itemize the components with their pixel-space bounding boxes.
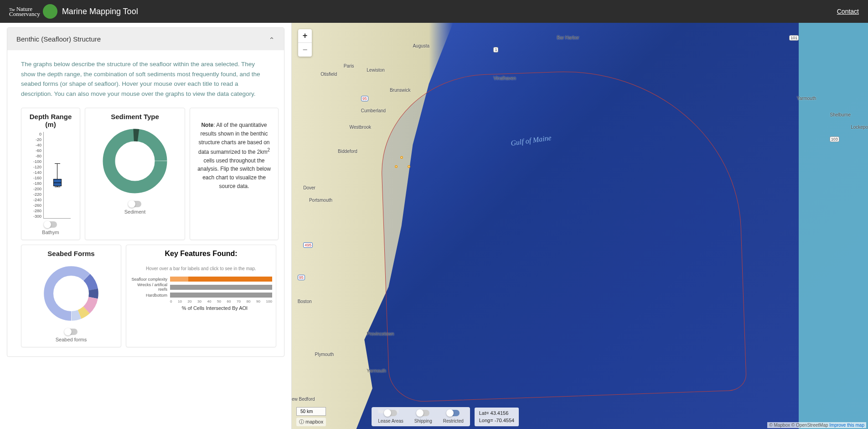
kf-row-complexity[interactable]: Seafloor complexity — [130, 277, 272, 282]
app-title: Marine Mapping Tool — [62, 7, 138, 16]
top-bar: The Nature Conservancy Marine Mapping To… — [0, 0, 868, 23]
depth-title: Depth Range (m) — [25, 113, 76, 128]
tnc-logo: The Nature Conservancy — [9, 4, 57, 19]
city-shelburne: Shelburne — [830, 112, 851, 117]
city-provincetown: Provincetown — [367, 331, 394, 336]
shield-i95-2: 95 — [298, 275, 305, 280]
attrib-osm[interactable]: © OpenStreetMap — [791, 423, 828, 428]
attrib-improve[interactable]: Improve this map — [829, 423, 864, 428]
sediment-toggle[interactable] — [129, 201, 141, 207]
note-sup: 2 — [267, 147, 270, 152]
seabed-toggle[interactable] — [65, 329, 78, 335]
map[interactable]: Gulf of Maine Augusta Bar Harbor Paris L… — [292, 23, 868, 429]
city-lockeport: Lockepo — [851, 125, 868, 130]
chevron-up-icon — [269, 35, 275, 43]
kf-xlabel: % of Cells Intersected By AOI — [157, 305, 272, 311]
city-new-bedford: ew Bedford — [292, 397, 315, 402]
city-portsmouth: Portsmouth — [309, 198, 332, 203]
shield-route101: 101 — [789, 35, 799, 41]
globe-icon — [43, 4, 57, 19]
mapbox-logo[interactable]: ⓘ mapbox — [296, 418, 326, 426]
attrib-mapbox[interactable]: © Mapbox — [769, 423, 790, 428]
panel-title: Benthic (Seafloor) Structure — [16, 35, 101, 43]
sediment-donut[interactable] — [101, 127, 169, 195]
depth-boxplot[interactable]: 0-20-40-60-80-100-120-140-160-180-200-22… — [31, 132, 71, 219]
sediment-title: Sediment Type — [111, 113, 159, 120]
zoom-control: + − — [298, 29, 312, 57]
attribution[interactable]: © Mapbox © OpenStreetMap Improve this ma… — [767, 422, 866, 428]
bathym-label: Bathym — [42, 230, 59, 235]
bathym-toggle[interactable] — [44, 221, 57, 228]
sidebar[interactable]: Benthic (Seafloor) Structure The graphs … — [0, 23, 292, 429]
city-westbrook: Westbrook — [349, 125, 371, 130]
city-paris: Paris — [344, 63, 354, 68]
seabed-label: Seabed forms — [56, 337, 87, 342]
city-brunswick: Brunswick — [390, 88, 411, 93]
sediment-label: Sediment — [124, 209, 145, 214]
city-biddeford: Biddeford — [338, 149, 357, 154]
panel-header[interactable]: Benthic (Seafloor) Structure — [7, 28, 284, 50]
city-augusta: Augusta — [413, 43, 429, 48]
note-body2: cells used throughout the analysis. Flip… — [197, 157, 271, 189]
shield-i495: 495 — [303, 242, 313, 248]
contact-link[interactable]: Contact — [837, 8, 859, 15]
shield-i95-1: 95 — [361, 96, 368, 101]
depth-axis: 0-20-40-60-80-100-120-140-160-180-200-22… — [31, 132, 41, 219]
lease-areas-toggle[interactable] — [384, 410, 397, 416]
lon-value: Long= -70.4554 — [479, 417, 514, 424]
kf-title: Key Features Found: — [130, 250, 272, 258]
kf-axis: 0102030405060708090100 — [170, 299, 272, 303]
seabed-card: Seabed Forms Seab — [21, 245, 121, 347]
scale-bar: 50 km — [296, 407, 326, 416]
city-plymouth: Plymouth — [315, 352, 334, 357]
aoi-triangle[interactable] — [396, 157, 409, 168]
logo-conservancy: Conservancy — [9, 10, 40, 17]
brand: The Nature Conservancy Marine Mapping To… — [9, 4, 138, 19]
intro-text: The graphs below describe the structure … — [21, 59, 270, 99]
lat-value: Lat= 43.4156 — [479, 410, 514, 417]
city-boston: Boston — [298, 299, 312, 304]
map-land-right — [799, 23, 868, 429]
city-cumberland: Cumberland — [361, 108, 386, 113]
sediment-card: Sediment Type Sediment — [85, 108, 185, 240]
city-yarmouth-ma: Yarmouth — [367, 368, 386, 373]
seabed-title: Seabed Forms — [47, 250, 94, 257]
city-bar-harbor: Bar Harbor — [557, 35, 579, 40]
map-boundary — [378, 65, 747, 403]
city-dover: Dover — [303, 185, 315, 190]
key-features-card: Key Features Found: Hover over a bar for… — [126, 245, 276, 347]
city-lewiston: Lewiston — [367, 68, 384, 73]
restricted-label: Restricted — [443, 419, 464, 424]
layer-toggles: Lease Areas Shipping Restricted — [372, 407, 470, 426]
lease-label: Lease Areas — [378, 419, 403, 424]
note-card: Note: All of the quantitative results sh… — [190, 108, 279, 240]
city-vinalhaven: Vinalhaven — [493, 76, 516, 81]
shield-route103: 103 — [830, 136, 839, 142]
restricted-toggle[interactable] — [447, 410, 460, 416]
seabed-donut[interactable] — [41, 264, 101, 323]
coordinates: Lat= 43.4156 Long= -70.4554 — [475, 408, 519, 426]
shipping-label: Shipping — [414, 419, 432, 424]
depth-range-card: Depth Range (m) 0-20-40-60-80-100-120-14… — [21, 108, 80, 240]
shield-route1: 1 — [493, 47, 498, 52]
note-bold: Note — [201, 122, 213, 128]
zoom-out-button[interactable]: − — [298, 43, 312, 57]
kf-hint: Hover over a bar for labels and click to… — [130, 266, 272, 271]
city-yarmouth-ns: Yarmouth — [797, 96, 816, 101]
shipping-toggle[interactable] — [417, 410, 429, 416]
kf-row-hardbottom[interactable]: Hardbottom — [130, 293, 272, 298]
kf-row-wrecks[interactable]: Wrecks / artifical reefs — [130, 283, 272, 292]
zoom-in-button[interactable]: + — [298, 29, 312, 43]
benthic-panel: Benthic (Seafloor) Structure The graphs … — [7, 27, 284, 357]
city-otisfield: Otisfield — [320, 72, 337, 77]
svg-point-0 — [109, 135, 161, 187]
